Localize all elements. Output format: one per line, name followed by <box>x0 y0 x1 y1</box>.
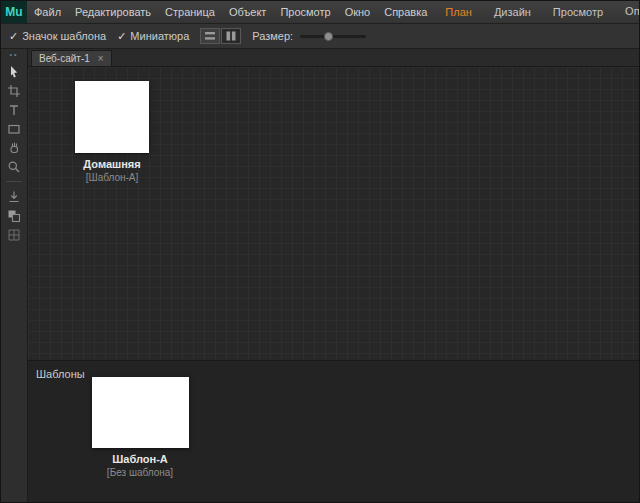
menu-file[interactable]: Файл <box>27 1 68 23</box>
menu-page[interactable]: Страница <box>158 1 222 23</box>
master-page-title: Шаблон-А <box>85 453 195 465</box>
panel-drag-handle[interactable]: •• <box>10 52 19 58</box>
home-page-master-label: [Шаблон-А] <box>62 172 162 183</box>
rectangle-icon <box>7 122 21 136</box>
magnifier-icon <box>7 160 21 174</box>
document-tab-bar: Веб-сайт-1 × <box>28 49 639 67</box>
muse-logo: Mu <box>1 1 27 23</box>
rectangle-tool[interactable] <box>4 120 24 137</box>
mode-design[interactable]: Дизайн <box>483 1 542 23</box>
grid-icon <box>7 228 21 242</box>
main-area: •• <box>1 49 639 503</box>
hand-icon <box>7 141 21 155</box>
home-page-title: Домашняя <box>62 158 162 170</box>
crop-tool[interactable] <box>4 82 24 99</box>
master-page-master-label: [Без шаблона] <box>85 467 195 478</box>
master-page-thumbnail[interactable] <box>92 377 189 448</box>
template-icon-label: Значок шаблона <box>22 30 106 42</box>
options-toolbar: ✓ Значок шаблона ✓ Миниатюра Размер: <box>1 24 639 49</box>
menu-view[interactable]: Просмотр <box>273 1 337 23</box>
muse-app-window: Mu Файл Редактировать Страница Объект Пр… <box>0 0 640 503</box>
mode-plan[interactable]: План <box>434 1 483 23</box>
vertical-layout-toggle[interactable] <box>221 28 241 44</box>
crop-icon <box>7 84 21 98</box>
menu-object[interactable]: Объект <box>222 1 273 23</box>
mode-preview[interactable]: Просмотр <box>542 1 614 23</box>
size-slider-thumb[interactable] <box>324 32 333 41</box>
masters-heading: Шаблоны <box>36 368 85 380</box>
page-item-home: Домашняя [Шаблон-А] <box>62 81 162 183</box>
content-area: Веб-сайт-1 × Домашняя [Шаблон-А] Шаблоны <box>28 49 639 503</box>
columns-icon <box>225 31 237 41</box>
text-tool[interactable] <box>4 101 24 118</box>
menu-bar: Mu Файл Редактировать Страница Объект Пр… <box>1 1 639 24</box>
size-control: Размер: <box>252 30 366 42</box>
thumbnail-label: Миниатюра <box>130 30 189 42</box>
place-tool[interactable] <box>4 188 24 205</box>
menu-window[interactable]: Окно <box>338 1 378 23</box>
mode-publish[interactable]: Опубликовать▾ <box>614 0 640 24</box>
mode-publish-label: Опубликовать <box>625 5 640 17</box>
fill-stroke-swatches[interactable] <box>4 207 24 224</box>
home-page-thumbnail[interactable] <box>75 81 149 153</box>
thumbnail-checkbox[interactable]: ✓ Миниатюра <box>117 30 189 43</box>
masters-section: Шаблоны Шаблон-А [Без шаблона] <box>28 360 639 503</box>
template-icon-checkbox[interactable]: ✓ Значок шаблона <box>9 30 106 43</box>
tab-close-icon[interactable]: × <box>98 54 104 64</box>
text-tool-icon <box>7 103 21 117</box>
checkmark-icon: ✓ <box>9 30 18 43</box>
page-item-master-a: Шаблон-А [Без шаблона] <box>85 377 195 478</box>
view-toggle-group <box>200 28 241 44</box>
horizontal-layout-toggle[interactable] <box>200 28 220 44</box>
plan-canvas: Домашняя [Шаблон-А] Шаблоны Шаблон-А [Бе… <box>28 67 639 503</box>
menu-help[interactable]: Справка <box>377 1 434 23</box>
site-tab[interactable]: Веб-сайт-1 × <box>31 50 112 66</box>
tools-panel: •• <box>1 49 28 503</box>
sitemap-grid-area: Домашняя [Шаблон-А] <box>28 67 639 360</box>
swatches-icon <box>7 209 21 223</box>
states-tool[interactable] <box>4 226 24 243</box>
site-tab-label: Веб-сайт-1 <box>39 53 90 64</box>
selection-tool[interactable] <box>4 63 24 80</box>
tools-divider <box>6 181 22 182</box>
size-slider[interactable] <box>300 35 366 38</box>
rows-icon <box>204 31 216 41</box>
menu-edit[interactable]: Редактировать <box>68 1 158 23</box>
size-label: Размер: <box>252 30 293 42</box>
selection-arrow-icon <box>7 65 21 79</box>
hand-tool[interactable] <box>4 139 24 156</box>
download-arrow-icon <box>7 190 21 204</box>
checkmark-icon: ✓ <box>117 30 126 43</box>
mode-switcher: План Дизайн Просмотр Опубликовать▾ – □ ✕ <box>434 0 640 24</box>
zoom-tool[interactable] <box>4 158 24 175</box>
